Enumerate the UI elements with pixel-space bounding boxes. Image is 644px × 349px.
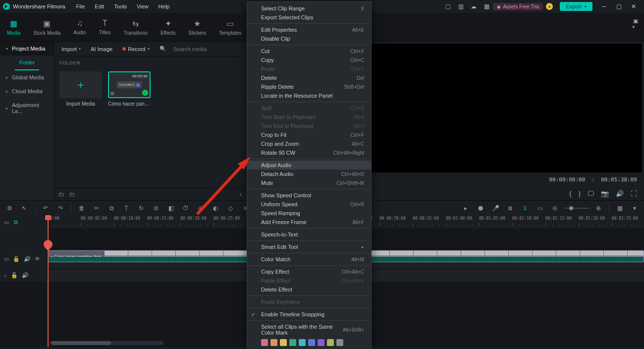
scrollbar-thumb[interactable] — [52, 341, 111, 345]
tab-titles[interactable]: TTitles — [99, 19, 111, 35]
tl-cursor-icon[interactable]: ↖ — [19, 203, 30, 214]
track-lock-icon[interactable]: 🔓 — [11, 272, 18, 279]
ai-image-button[interactable]: AI Image — [88, 45, 115, 53]
tl-undo-icon[interactable]: ↶ — [40, 203, 51, 214]
tl-mixer-icon[interactable]: ≣ — [505, 203, 516, 214]
ctx-uniform-speed[interactable]: Uniform SpeedCtrl+R — [247, 200, 371, 209]
track-manager-icon[interactable]: ▭ — [4, 219, 9, 226]
collapse-panel-icon[interactable]: ‹ — [240, 191, 242, 198]
track-video-icon[interactable]: ▭ — [4, 256, 9, 262]
import-media-tile[interactable]: ＋ — [59, 71, 102, 98]
track-mute-icon[interactable]: 🔊 — [24, 256, 31, 262]
color-swatch[interactable] — [299, 339, 306, 346]
color-swatch[interactable] — [327, 339, 334, 346]
tl-play-icon[interactable]: ▸ — [460, 203, 471, 214]
tl-tracking-icon[interactable]: ◎ — [195, 203, 206, 214]
ctx-delete[interactable]: DeleteDel — [247, 73, 371, 82]
menu-view[interactable]: View — [132, 3, 154, 9]
ctx-rotate-90-cw[interactable]: Rotate 90 CWCtrl+Alt+Right — [247, 148, 371, 157]
tl-delete-icon[interactable]: 🗑 — [76, 203, 87, 214]
ctx-adjust-audio[interactable]: Adjust Audio — [247, 161, 371, 170]
tab-stock-media[interactable]: ▣Stock Media — [33, 19, 60, 36]
ctx-edit-properties[interactable]: Edit PropertiesAlt+E — [247, 25, 371, 34]
ctx-select-clip-range[interactable]: Select Clip RangeX — [247, 4, 371, 13]
tl-speed-icon[interactable]: ⏱ — [180, 203, 191, 214]
tl-text-icon[interactable]: T — [121, 203, 132, 214]
ctx-cut[interactable]: CutCtrl+X — [247, 47, 371, 56]
tl-settings-icon[interactable]: ⚙ — [4, 203, 15, 214]
account-icon[interactable]: ● — [543, 0, 556, 13]
color-swatch[interactable] — [336, 339, 343, 346]
tl-crop-icon[interactable]: ⧉ — [106, 203, 117, 214]
tl-keyframe-icon[interactable]: ◇ — [225, 203, 236, 214]
ctx-mute[interactable]: MuteCtrl+Shift+M — [247, 178, 371, 187]
ctx-add-freeze-frame[interactable]: Add Freeze FrameAlt+F — [247, 218, 371, 227]
ctx-export-selected-clips[interactable]: Export Selected Clips — [247, 13, 371, 22]
sidebar-folder-tab[interactable]: Folder — [15, 56, 39, 70]
tl-view-options-icon[interactable]: ▦ — [614, 203, 625, 214]
ctx-speech-to-text[interactable]: Speech-to-Text — [247, 230, 371, 239]
tab-transitions[interactable]: ⇆Transitions — [123, 19, 148, 36]
clip-thumbnail[interactable]: 00:05:38 SUSCRÍBETE ▤ ✓ — [108, 71, 151, 98]
track-visibility-icon[interactable]: 👁 — [35, 256, 40, 262]
color-swatch[interactable] — [280, 339, 287, 346]
tl-zoom-in-icon[interactable]: ⊕ — [593, 203, 604, 214]
tl-split-icon[interactable]: ✂ — [91, 203, 102, 214]
color-swatch[interactable] — [270, 339, 277, 346]
ctx-select-same-color[interactable]: Select all Clips with the Same Color Mar… — [247, 322, 371, 337]
screenshot-icon[interactable]: ▣ — [633, 18, 638, 24]
sidebar-project-media[interactable]: ▾Project Media — [0, 42, 54, 56]
ctx-disable-clip[interactable]: Disable Clip — [247, 34, 371, 43]
track-lock-icon[interactable]: 🔓 — [13, 256, 20, 262]
tl-mask-icon[interactable]: ◐ — [210, 203, 221, 214]
track-mute-icon[interactable]: 🔊 — [22, 272, 29, 279]
import-dropdown[interactable]: Import▾ — [58, 45, 84, 53]
timeline-scrollbar[interactable] — [50, 341, 163, 345]
apps-icon[interactable]: ▦ — [480, 0, 493, 13]
color-swatch[interactable] — [261, 339, 268, 346]
ctx-show-speed-control[interactable]: Show Speed Control — [247, 191, 371, 200]
ctx-enable-timeline-snapping[interactable]: ✓Enable Timeline Snapping — [247, 310, 371, 319]
media-clip-tile[interactable]: 00:05:38 SUSCRÍBETE ▤ ✓ Cómo hacer panta… — [108, 71, 151, 107]
ctx-smart-edit-tool[interactable]: Smart Edit Tool▸ — [247, 242, 371, 251]
sidebar-global-media[interactable]: ▸Global Media — [0, 70, 54, 84]
cloud-icon[interactable]: ☁ — [467, 0, 480, 13]
layout-icon[interactable]: ▢ — [441, 0, 454, 13]
playhead[interactable] — [48, 215, 49, 347]
tab-audio[interactable]: ♫Audio — [73, 19, 86, 35]
export-button[interactable]: Export ▾ — [560, 2, 592, 11]
close-button[interactable]: ✕ — [626, 3, 641, 10]
ctx-locate-in-the-resource-panel[interactable]: Locate in the Resource Panel — [247, 91, 371, 100]
tab-media[interactable]: ▦Media — [7, 19, 20, 36]
tl-zoom-slider[interactable] — [564, 208, 589, 209]
new-folder-icon[interactable]: 🗀 — [58, 191, 64, 198]
tl-magnet-icon[interactable]: ⧲ — [520, 203, 531, 214]
color-swatch[interactable] — [289, 339, 296, 346]
volume-icon[interactable]: 🔊 — [616, 190, 624, 197]
clip-context-menu[interactable]: Select Clip RangeXExport Selected ClipsE… — [247, 1, 372, 349]
tab-templates[interactable]: ▭Templates — [219, 19, 242, 36]
track-audio-icon[interactable]: ♪ — [4, 272, 7, 278]
tl-color-icon[interactable]: ◧ — [165, 203, 176, 214]
color-swatch[interactable] — [318, 339, 324, 346]
ctx-color-match[interactable]: Color MatchAlt+M — [247, 255, 371, 264]
mark-in-icon[interactable]: { — [569, 190, 571, 197]
ctx-speed-ramping[interactable]: Speed Ramping — [247, 209, 371, 218]
tab-effects[interactable]: ✦Effects — [161, 19, 175, 36]
tl-marker-icon[interactable]: ⬣ — [475, 203, 486, 214]
sidebar-adjustment-layer[interactable]: ▸Adjustment La... — [0, 98, 54, 118]
search-icon[interactable]: 🔍 — [157, 45, 169, 53]
snapshot-icon[interactable]: 📷 — [601, 190, 609, 197]
tl-mic-icon[interactable]: 🎤 — [490, 203, 501, 214]
menu-help[interactable]: Help — [154, 3, 175, 9]
search-input[interactable] — [173, 46, 242, 52]
new-bin-icon[interactable]: 🗀 — [69, 191, 75, 198]
record-dropdown[interactable]: Record▾ — [119, 45, 152, 53]
tl-redo-icon[interactable]: ↷ — [55, 203, 66, 214]
ctx-copy-effect[interactable]: Copy EffectCtrl+Alt+C — [247, 267, 371, 276]
menu-edit[interactable]: Edit — [90, 3, 109, 9]
tab-stickers[interactable]: ★Stickers — [188, 19, 206, 36]
ctx-crop-to-fit[interactable]: Crop to FitCtrl+F — [247, 130, 371, 139]
track-link-icon[interactable]: ⧉ — [14, 219, 18, 226]
tl-link-icon[interactable]: ⊘ — [151, 203, 161, 214]
